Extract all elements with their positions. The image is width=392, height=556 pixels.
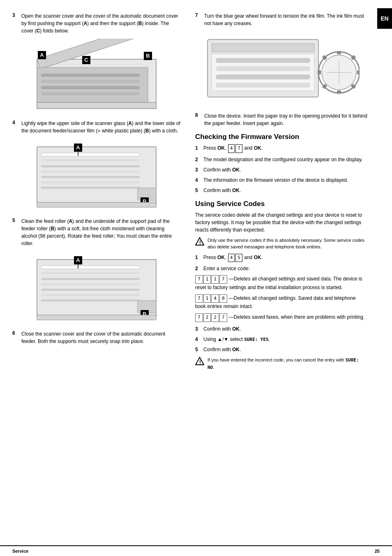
scanner-diagram-3: A B C [33,39,160,113]
service-codes-intro: The service codes delete all the changed… [195,211,367,234]
firmware-step-1: 1 Press OK, 47 and OK. [195,144,367,153]
fw-step-5-num: 5 [195,187,201,194]
step-3-text: Open the scanner cover and the cover of … [21,12,181,35]
step-6-text: Close the scanner cover and the cover of… [21,330,181,345]
label-a2: A [128,120,132,126]
step-3: 3 Open the scanner cover and the cover o… [12,12,181,114]
svc-step-2-text: Enter a service code: [203,265,250,272]
firmware-steps: 1 Press OK, 47 and OK. 2 The model desig… [195,144,367,194]
code-digit-7d: 7 [195,313,203,322]
fw-step-4-num: 4 [195,176,201,184]
code-7140: 7140 [195,294,228,303]
key-4: 4 [228,144,235,153]
step-3-content: 3 Open the scanner cover and the cover o… [12,12,181,35]
firmware-step-2: 2 The model designation and the configur… [195,156,367,163]
en-tab: EN [377,8,392,29]
fw-step-4-text: The information on the firmware version … [203,176,348,184]
svc-step-3-text: Confirm with OK. [203,325,241,333]
svg-rect-15 [41,153,140,156]
code-7117: 7117 [195,275,228,284]
svg-rect-35 [41,294,140,296]
step-3-number: 3 [12,12,19,35]
code-7227: 7227 [195,313,228,322]
svg-text:C: C [84,57,88,63]
code-digit-1c: 1 [203,294,211,303]
svg-text:A: A [76,144,80,151]
code-digit-2a: 2 [203,313,211,322]
svg-rect-43 [37,315,156,320]
step-7: 7 Turn the blue gear wheel forward to te… [195,12,367,107]
svg-rect-34 [41,289,140,291]
warning-text-2: If you have entered the incorrect code, … [208,357,367,371]
label-a: A [83,21,87,26]
warning-icon-2: ! [195,357,204,368]
left-column: 3 Open the scanner cover and the cover o… [0,8,189,545]
svg-rect-54 [337,90,341,94]
footer-left: Service [12,549,28,554]
step-4: 4 Lightly wipe the upper side of the sca… [12,120,181,212]
ok-bold4: OK [232,188,240,193]
svg-rect-32 [41,278,140,280]
svg-rect-55 [318,70,321,74]
svg-rect-30 [41,266,140,269]
svg-rect-53 [337,51,341,54]
step-5-text: Clean the feed roller (A) and the unders… [21,218,181,247]
code-digit-1b: 1 [211,275,219,284]
step-5-content: 5 Clean the feed roller (A) and the unde… [12,218,181,247]
page: 3 Open the scanner cover and the cover o… [0,0,392,556]
firmware-step-5: 5 Confirm with OK. [195,187,367,194]
svg-text:A: A [40,52,44,58]
svg-rect-13 [37,102,156,109]
svg-rect-19 [41,176,140,178]
key-4b: 4 [228,254,235,262]
step-5-number: 5 [12,218,19,247]
code-7227-desc: —Deletes saved faxes, when there are pro… [229,314,364,320]
svg-rect-28 [37,202,156,207]
gear-diagram [203,31,360,105]
svc-step-2-num: 2 [195,265,201,272]
svg-rect-3 [41,74,140,77]
ok-svc-4: OK [232,347,240,352]
fw-step-3-text: Confirm with OK. [203,166,241,174]
step-4-number: 4 [12,120,19,134]
sure-yes-code: SURE: YES [244,337,269,342]
svg-rect-47 [216,58,310,63]
svg-text:B: B [146,53,150,59]
label-b3: B [51,226,54,232]
fw-step-2-num: 2 [195,156,201,163]
svg-rect-36 [41,299,140,301]
svg-rect-49 [216,74,310,79]
code-digit-7e: 7 [219,313,227,322]
svg-rect-56 [357,70,360,74]
svg-rect-21 [41,187,140,189]
label-c: C [37,28,40,34]
service-codes-section: Using Service Codes The service codes de… [195,200,367,371]
svg-rect-20 [41,181,140,183]
sure-no-code: SURE: NO [208,357,359,370]
step-6: 6 Close the scanner cover and the cover … [12,330,181,345]
code-7140-block: 7140 —Deletes all changed settings. Save… [195,294,367,310]
step-7-text: Turn the blue gear wheel forward to tens… [204,12,367,27]
firmware-title: Checking the Firmware Version [195,133,367,141]
svg-rect-50 [216,83,310,88]
label-a3: A [69,218,72,224]
service-codes-title: Using Service Codes [195,200,367,208]
service-steps-1: 1 Press OK, 45 and OK. 2 Enter a service… [195,254,367,273]
main-content: 3 Open the scanner cover and the cover o… [0,0,392,545]
service-step-3: 3 Confirm with OK. [195,325,367,333]
ok-svc-1: OK [217,255,225,260]
step-6-number: 6 [12,330,19,345]
step-3-image: A B C [12,39,181,114]
svg-rect-48 [216,66,310,71]
warning-icon-1: ! [195,237,204,248]
firmware-step-4: 4 The information on the firmware versio… [195,176,367,184]
step-4-content: 4 Lightly wipe the upper side of the sca… [12,120,181,134]
step-4-image: A B [12,139,181,212]
code-digit-7b: 7 [219,275,227,284]
svg-rect-33 [41,283,140,285]
step-8-content: 8 Close the device. Insert the paper tra… [195,112,367,127]
svc-step-5-num: 5 [195,346,201,353]
step-4-text: Lightly wipe the upper side of the scann… [21,120,181,134]
step-8-number: 8 [195,112,202,127]
step-7-content: 7 Turn the blue gear wheel forward to te… [195,12,367,27]
